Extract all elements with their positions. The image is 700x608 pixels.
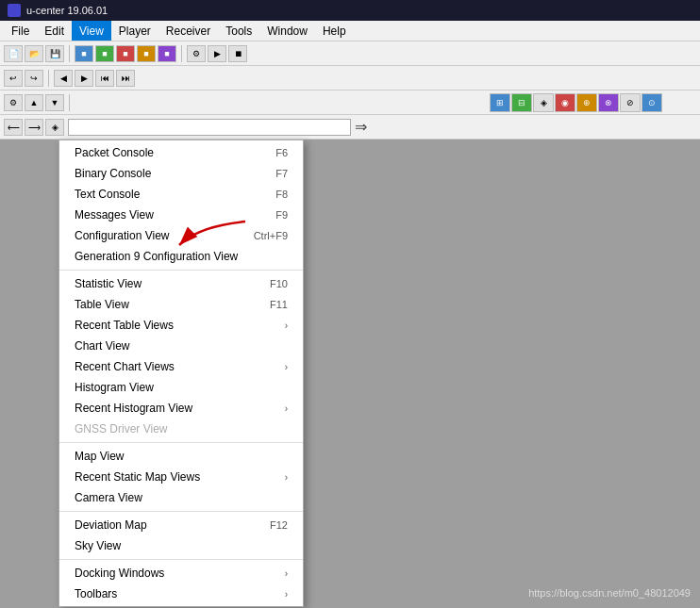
tb2-btn-6[interactable]: ⏭: [116, 70, 135, 87]
arrow-recent-table: ›: [285, 320, 288, 331]
icon-cluster: ⊞ ⊟ ◈ ◉ ⊕ ⊗ ⊘ ⊙: [490, 93, 662, 112]
menu-map-view[interactable]: Map View: [59, 446, 303, 467]
menu-gnss-driver-view: GNSS Driver View: [59, 419, 303, 439]
menu-camera-view[interactable]: Camera View: [59, 487, 303, 508]
tb2-btn-2[interactable]: ↪: [25, 70, 43, 87]
shortcut-configuration-view: Ctrl+F9: [254, 230, 288, 241]
tb3-btn-3[interactable]: ▼: [45, 94, 64, 111]
menu-help[interactable]: Help: [315, 21, 354, 41]
menu-table-view[interactable]: Table View F11: [59, 294, 303, 315]
tb-sep-1: [69, 45, 70, 62]
menu-toolbars[interactable]: Toolbars ›: [59, 583, 303, 604]
menu-edit[interactable]: Edit: [37, 21, 72, 41]
app-window: u-center 19.06.01 File Edit View Player …: [0, 0, 700, 608]
toolbar-3: ⚙ ▲ ▼ ⊞ ⊟ ◈ ◉ ⊕ ⊗ ⊘ ⊙: [0, 90, 700, 115]
ic3[interactable]: ◈: [533, 93, 554, 112]
ic2[interactable]: ⊟: [511, 93, 532, 112]
tb4-btn-1[interactable]: ⟵: [4, 119, 23, 136]
tb-btn-c4[interactable]: ■: [137, 45, 156, 62]
tb-new-btn[interactable]: 📄: [4, 45, 23, 62]
menu-docking-windows[interactable]: Docking Windows ›: [59, 563, 303, 583]
tb-btn-c3[interactable]: ■: [116, 45, 135, 62]
ic8[interactable]: ⊙: [642, 93, 662, 112]
tb3-btn-2[interactable]: ▲: [25, 94, 43, 111]
tb3-sep: [69, 94, 70, 111]
menu-recent-static-map[interactable]: Recent Static Map Views ›: [59, 467, 303, 487]
tb4-btn-2[interactable]: ⟶: [25, 119, 43, 136]
shortcut-deviation-map: F12: [270, 519, 288, 531]
menu-window[interactable]: Window: [259, 21, 315, 41]
dd-sep-3: [59, 511, 303, 512]
menu-configuration-view[interactable]: Configuration View Ctrl+F9: [59, 225, 303, 246]
shortcut-table: F11: [270, 299, 288, 310]
menu-file[interactable]: File: [4, 21, 37, 41]
tb-btn-c1[interactable]: ■: [75, 45, 93, 62]
tb2-btn-4[interactable]: ▶: [75, 70, 93, 87]
tb4-btn-3[interactable]: ◈: [45, 119, 64, 136]
tb-btn-7[interactable]: ▶: [208, 45, 226, 62]
tb-open-btn[interactable]: 📂: [25, 45, 43, 62]
title-bar: u-center 19.06.01: [0, 0, 700, 21]
menu-packet-console[interactable]: Packet Console F6: [59, 142, 303, 163]
arrow-docking: ›: [285, 568, 288, 579]
tb-btn-c2[interactable]: ■: [95, 45, 114, 62]
menu-recent-table-views[interactable]: Recent Table Views ›: [59, 315, 303, 336]
menu-statistic-view[interactable]: Statistic View F10: [59, 273, 303, 294]
ic1[interactable]: ⊞: [490, 93, 510, 112]
arrow-static-map: ›: [285, 472, 288, 483]
tb-sep-2: [181, 45, 182, 62]
shortcut-messages-view: F9: [275, 209, 288, 221]
arrow-recent-histogram: ›: [285, 403, 288, 414]
app-title: u-center 19.06.01: [26, 5, 108, 16]
toolbar-2: ↩ ↪ ◀ ▶ ⏮ ⏭: [0, 66, 700, 90]
tb-btn-6[interactable]: ⚙: [187, 45, 206, 62]
menu-deviation-map[interactable]: Deviation Map F12: [59, 515, 303, 535]
toolbar-arrow-right[interactable]: ⇒: [355, 118, 367, 136]
shortcut-packet-console: F6: [275, 147, 288, 158]
tb2-btn-3[interactable]: ◀: [54, 70, 73, 87]
tb-btn-8[interactable]: ⏹: [228, 45, 247, 62]
tb-btn-c5[interactable]: ■: [158, 45, 176, 62]
tb-save-btn[interactable]: 💾: [45, 45, 64, 62]
app-icon: [8, 4, 21, 17]
menu-receiver[interactable]: Receiver: [158, 21, 218, 41]
ic6[interactable]: ⊗: [598, 93, 619, 112]
arrow-toolbars: ›: [285, 589, 288, 600]
tb2-btn-1[interactable]: ↩: [4, 70, 23, 87]
dd-sep-4: [59, 559, 303, 560]
menu-bar: File Edit View Player Receiver Tools Win…: [0, 21, 700, 41]
tb3-btn-1[interactable]: ⚙: [4, 94, 23, 111]
ic7[interactable]: ⊘: [620, 93, 641, 112]
menu-player[interactable]: Player: [111, 21, 158, 41]
ic4[interactable]: ◉: [555, 93, 575, 112]
menu-sky-view[interactable]: Sky View: [59, 535, 303, 556]
toolbar-1: 📄 📂 💾 ■ ■ ■ ■ ■ ⚙ ▶ ⏹: [0, 41, 700, 66]
dd-sep-2: [59, 442, 303, 443]
menu-view[interactable]: View: [72, 21, 111, 41]
menu-chart-view[interactable]: Chart View: [59, 336, 303, 356]
arrow-recent-chart: ›: [285, 362, 288, 372]
menu-generation9-config[interactable]: Generation 9 Configuration View: [59, 246, 303, 267]
menu-messages-view[interactable]: Messages View F9: [59, 205, 303, 225]
ic5[interactable]: ⊕: [576, 93, 597, 112]
menu-text-console[interactable]: Text Console F8: [59, 184, 303, 205]
watermark: https://blog.csdn.net/m0_48012049: [528, 587, 691, 599]
view-dropdown-menu: Packet Console F6 Binary Console F7 Text…: [58, 140, 304, 607]
tb2-sep-1: [48, 70, 49, 87]
toolbar-4: ⟵ ⟶ ◈ ⇒: [0, 115, 700, 140]
shortcut-statistic: F10: [270, 278, 288, 289]
shortcut-binary-console: F7: [275, 168, 288, 179]
menu-tools[interactable]: Tools: [218, 21, 259, 41]
menu-recent-chart-views[interactable]: Recent Chart Views ›: [59, 356, 303, 377]
menu-binary-console[interactable]: Binary Console F7: [59, 163, 303, 184]
menu-histogram-view[interactable]: Histogram View: [59, 377, 303, 398]
toolbar-input[interactable]: [68, 119, 351, 136]
tb2-btn-5[interactable]: ⏮: [95, 70, 114, 87]
shortcut-text-console: F8: [275, 189, 288, 200]
main-content: Packet Console F6 Binary Console F7 Text…: [0, 140, 700, 608]
dd-sep-1: [59, 270, 303, 271]
menu-recent-histogram-view[interactable]: Recent Histogram View ›: [59, 398, 303, 419]
